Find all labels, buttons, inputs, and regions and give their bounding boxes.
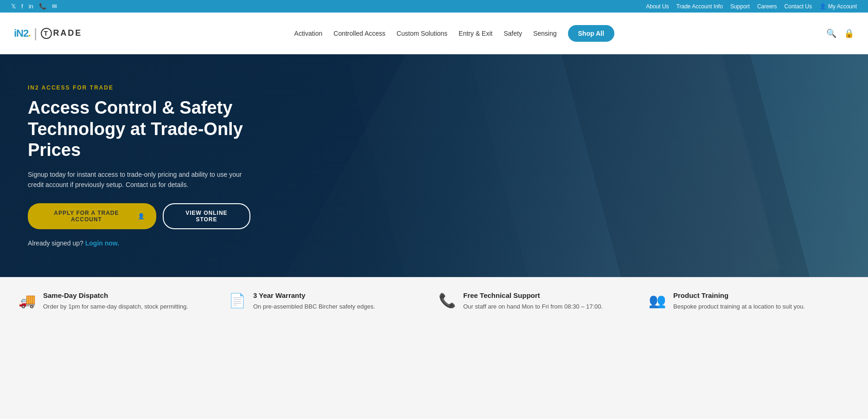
top-bar: 𝕏 f in 📞 ✉ About Us Trade Account Info S… bbox=[0, 0, 868, 13]
facebook-icon[interactable]: f bbox=[21, 3, 23, 10]
features-bar: 🚚 Same-Day Dispatch Order by 1pm for sam… bbox=[0, 277, 868, 325]
view-online-store-button[interactable]: VIEW ONLINE STORE bbox=[163, 203, 250, 229]
logo-trade: TRADE bbox=[41, 28, 82, 39]
hero-title: Access Control & Safety Technology at Tr… bbox=[28, 97, 250, 161]
feature-support-desc: Our staff are on hand Mon to Fri from 08… bbox=[463, 302, 603, 311]
social-links: 𝕏 f in 📞 ✉ bbox=[11, 3, 57, 10]
my-account-link[interactable]: 👤 My Account bbox=[819, 3, 857, 10]
feature-training-text: Product Training Bespoke product trainin… bbox=[673, 291, 805, 311]
feature-training-desc: Bespoke product training at a location t… bbox=[673, 302, 805, 311]
nav-activation[interactable]: Activation bbox=[294, 30, 323, 37]
nav-entry-exit[interactable]: Entry & Exit bbox=[459, 30, 492, 37]
header: iN2● | TRADE Activation Controlled Acces… bbox=[0, 13, 868, 54]
logo-in2: iN2● bbox=[14, 27, 30, 39]
hero-content: IN2 ACCESS FOR TRADE Access Control & Sa… bbox=[0, 84, 278, 247]
hero-eyebrow: IN2 ACCESS FOR TRADE bbox=[28, 84, 250, 91]
nav-controlled-access[interactable]: Controlled Access bbox=[333, 30, 385, 37]
search-icon[interactable]: 🔍 bbox=[826, 28, 836, 39]
nav-custom-solutions[interactable]: Custom Solutions bbox=[396, 30, 447, 37]
logo[interactable]: iN2● | TRADE bbox=[14, 26, 82, 41]
feature-support-title: Free Technical Support bbox=[463, 291, 603, 299]
feature-warranty-desc: On pre-assembled BBC Bircher safety edge… bbox=[253, 302, 375, 311]
email-icon[interactable]: ✉ bbox=[52, 3, 57, 10]
linkedin-icon[interactable]: in bbox=[29, 3, 33, 10]
training-icon: 👥 bbox=[649, 292, 666, 309]
phone-icon[interactable]: 📞 bbox=[39, 3, 46, 10]
logo-trade-t-circle: T bbox=[41, 28, 52, 39]
header-icon-group: 🔍 🔒 bbox=[826, 28, 854, 39]
cart-icon[interactable]: 🔒 bbox=[844, 28, 854, 39]
feature-training-title: Product Training bbox=[673, 291, 805, 299]
about-us-link[interactable]: About Us bbox=[646, 3, 669, 10]
feature-support-text: Free Technical Support Our staff are on … bbox=[463, 291, 603, 311]
feature-dispatch-text: Same-Day Dispatch Order by 1pm for same-… bbox=[43, 291, 188, 311]
careers-link[interactable]: Careers bbox=[757, 3, 777, 10]
feature-support: 📞 Free Technical Support Our staff are o… bbox=[439, 291, 639, 311]
main-nav: Activation Controlled Access Custom Solu… bbox=[294, 25, 614, 42]
feature-warranty-title: 3 Year Warranty bbox=[253, 291, 375, 299]
feature-warranty-text: 3 Year Warranty On pre-assembled BBC Bir… bbox=[253, 291, 375, 311]
dispatch-icon: 🚚 bbox=[19, 292, 36, 309]
top-nav-links: About Us Trade Account Info Support Care… bbox=[646, 3, 857, 10]
logo-divider: | bbox=[34, 26, 37, 41]
feature-dispatch-title: Same-Day Dispatch bbox=[43, 291, 188, 299]
hero-buttons: APPLY FOR A TRADE ACCOUNT 👤 VIEW ONLINE … bbox=[28, 203, 250, 229]
nav-sensing[interactable]: Sensing bbox=[533, 30, 557, 37]
feature-training: 👥 Product Training Bespoke product train… bbox=[649, 291, 849, 311]
apply-trade-account-button[interactable]: APPLY FOR A TRADE ACCOUNT 👤 bbox=[28, 203, 156, 229]
user-icon: 👤 bbox=[138, 213, 145, 219]
my-account-icon: 👤 bbox=[819, 3, 826, 10]
hero-subtitle: Signup today for instant access to trade… bbox=[28, 169, 250, 190]
login-now-link[interactable]: Login now. bbox=[85, 239, 119, 247]
feature-dispatch-desc: Order by 1pm for same-day dispatch, stoc… bbox=[43, 302, 188, 311]
support-link[interactable]: Support bbox=[730, 3, 750, 10]
nav-safety[interactable]: Safety bbox=[504, 30, 522, 37]
twitter-icon[interactable]: 𝕏 bbox=[11, 3, 16, 10]
support-icon: 📞 bbox=[439, 292, 456, 309]
feature-dispatch: 🚚 Same-Day Dispatch Order by 1pm for sam… bbox=[19, 291, 219, 311]
feature-warranty: 📄 3 Year Warranty On pre-assembled BBC B… bbox=[229, 291, 429, 311]
hero-section: IN2 ACCESS FOR TRADE Access Control & Sa… bbox=[0, 54, 868, 277]
contact-us-link[interactable]: Contact Us bbox=[785, 3, 812, 10]
hero-login-text: Already signed up? Login now. bbox=[28, 239, 250, 247]
warranty-icon: 📄 bbox=[229, 292, 246, 309]
trade-account-info-link[interactable]: Trade Account Info bbox=[677, 3, 723, 10]
shop-all-button[interactable]: Shop All bbox=[568, 25, 614, 42]
